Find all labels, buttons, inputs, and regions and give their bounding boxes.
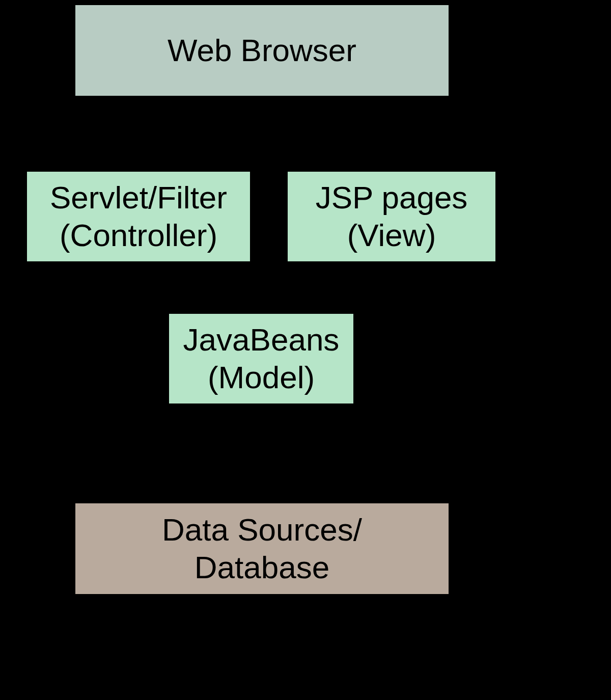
view-label-line2: (View) [347,217,436,254]
database-label-line2: Database [195,549,329,586]
controller-label-line1: Servlet/Filter [50,179,227,217]
controller-label-line2: (Controller) [60,217,217,254]
web-browser-label: Web Browser [168,32,356,69]
controller-box: Servlet/Filter (Controller) [27,172,250,261]
view-label-line1: JSP pages [316,179,468,217]
model-label-line1: JavaBeans [183,321,340,359]
view-box: JSP pages (View) [288,172,495,261]
model-box: JavaBeans (Model) [169,314,353,403]
model-label-line2: (Model) [208,359,315,396]
database-label-line1: Data Sources/ [162,511,362,549]
web-browser-box: Web Browser [75,5,449,96]
database-box: Data Sources/ Database [75,503,449,594]
